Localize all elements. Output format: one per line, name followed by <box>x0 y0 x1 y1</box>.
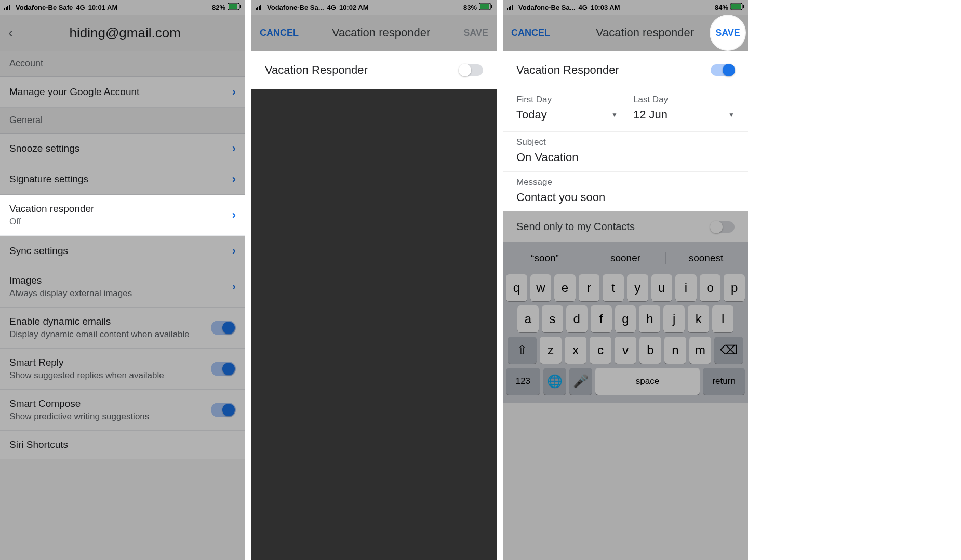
svg-rect-16 <box>510 6 511 10</box>
svg-rect-5 <box>240 5 241 8</box>
save-button[interactable]: SAVE <box>715 28 740 38</box>
key-e[interactable]: e <box>554 274 576 301</box>
key-v[interactable]: v <box>615 337 636 364</box>
row-siri-shortcuts[interactable]: Siri Shortcuts <box>0 431 245 459</box>
save-button[interactable]: SAVE <box>463 28 488 38</box>
key-m[interactable]: m <box>689 337 711 364</box>
row-smart-compose[interactable]: Smart Compose Show predictive writing su… <box>0 390 245 431</box>
message-label: Message <box>516 177 735 188</box>
back-icon[interactable]: ‹ <box>8 24 13 41</box>
row-sub: Show suggested replies when available <box>9 370 211 381</box>
row-sync[interactable]: Sync settings › <box>0 236 245 266</box>
mic-icon: 🎤 <box>573 374 589 389</box>
key-h[interactable]: h <box>639 305 660 332</box>
row-dynamic-emails[interactable]: Enable dynamic emails Display dynamic em… <box>0 308 245 349</box>
suggestion[interactable]: “soon” <box>505 252 585 264</box>
svg-rect-15 <box>509 7 510 10</box>
save-button-highlight[interactable]: SAVE <box>711 16 745 50</box>
subject-label: Subject <box>516 137 735 148</box>
row-smart-reply[interactable]: Smart Reply Show suggested replies when … <box>0 349 245 390</box>
suggestion[interactable]: soonest <box>666 252 746 264</box>
key-a[interactable]: a <box>517 305 539 332</box>
keyboard: “soon” sooner soonest q w e r t y u i o … <box>503 242 748 403</box>
key-t[interactable]: t <box>603 274 624 301</box>
first-day-selector[interactable]: Today ▼ <box>516 108 618 124</box>
screen-settings: Vodafone-Be Safe 4G 10:01 AM 82% ‹ hidin… <box>0 0 245 560</box>
time-label: 10:01 AM <box>88 4 118 11</box>
caret-down-icon: ▼ <box>728 111 735 118</box>
cancel-button[interactable]: CANCEL <box>260 28 299 38</box>
key-b[interactable]: b <box>639 337 661 364</box>
svg-rect-13 <box>480 4 489 9</box>
key-d[interactable]: d <box>566 305 588 332</box>
shift-key[interactable]: ⇧ <box>508 337 537 364</box>
row-vacation-responder-toggle: Vacation Responder <box>503 51 748 89</box>
row-snooze[interactable]: Snooze settings › <box>0 134 245 164</box>
empty-area <box>251 89 497 560</box>
row-label: Images <box>9 275 232 286</box>
key-l[interactable]: l <box>712 305 733 332</box>
return-key[interactable]: return <box>703 368 745 395</box>
svg-rect-0 <box>4 8 5 10</box>
battery-label: 82% <box>212 4 225 11</box>
globe-icon: 🌐 <box>547 374 563 389</box>
battery-label: 84% <box>715 4 728 11</box>
status-bar: Vodafone-Be Sa... 4G 10:02 AM 83% <box>251 0 497 15</box>
key-k[interactable]: k <box>688 305 709 332</box>
key-j[interactable]: j <box>663 305 685 332</box>
backspace-key[interactable]: ⌫ <box>714 337 743 364</box>
toggle-smart-compose[interactable] <box>211 403 236 417</box>
row-label: Signature settings <box>9 174 232 185</box>
chevron-right-icon: › <box>232 244 236 258</box>
key-p[interactable]: p <box>724 274 745 301</box>
key-o[interactable]: o <box>700 274 721 301</box>
numbers-key[interactable]: 123 <box>506 368 540 395</box>
key-x[interactable]: x <box>565 337 586 364</box>
suggestion[interactable]: sooner <box>585 252 666 264</box>
row-signature[interactable]: Signature settings › <box>0 164 245 195</box>
row-sub: Show predictive writing suggestions <box>9 411 211 422</box>
status-bar: Vodafone-Be Safe 4G 10:01 AM 82% <box>0 0 245 15</box>
mic-key[interactable]: 🎤 <box>569 368 592 395</box>
svg-rect-20 <box>731 4 741 9</box>
section-general: General <box>0 108 245 134</box>
row-vacation-responder[interactable]: Vacation responder Off › <box>0 195 245 236</box>
toggle-label: Vacation Responder <box>516 63 619 77</box>
key-c[interactable]: c <box>590 337 611 364</box>
key-q[interactable]: q <box>506 274 527 301</box>
row-label: Manage your Google Account <box>9 86 232 98</box>
key-u[interactable]: u <box>651 274 673 301</box>
row-images[interactable]: Images Always display external images › <box>0 266 245 308</box>
key-r[interactable]: r <box>579 274 600 301</box>
toggle-dynamic-emails[interactable] <box>211 321 236 335</box>
subject-field[interactable]: Subject On Vacation <box>503 132 748 172</box>
svg-rect-6 <box>229 4 237 9</box>
carrier-label: Vodafone-Be Sa... <box>267 4 324 11</box>
key-n[interactable]: n <box>664 337 686 364</box>
key-z[interactable]: z <box>540 337 562 364</box>
row-sub: Always display external images <box>9 288 232 299</box>
key-g[interactable]: g <box>615 305 636 332</box>
space-key[interactable]: space <box>595 368 700 395</box>
toggle-vacation-responder[interactable] <box>459 64 483 76</box>
key-f[interactable]: f <box>591 305 612 332</box>
row-label: Vacation responder <box>9 203 232 215</box>
last-day-selector[interactable]: 12 Jun ▼ <box>633 108 735 124</box>
toggle-smart-reply[interactable] <box>211 362 236 376</box>
toggle-vacation-responder[interactable] <box>711 64 735 76</box>
chevron-right-icon: › <box>232 280 236 294</box>
globe-key[interactable]: 🌐 <box>543 368 566 395</box>
key-i[interactable]: i <box>675 274 697 301</box>
svg-rect-12 <box>491 5 492 8</box>
screen-responder-off: Vodafone-Be Sa... 4G 10:02 AM 83% CANCEL… <box>251 0 497 560</box>
row-label: Snooze settings <box>9 143 232 154</box>
cancel-button[interactable]: CANCEL <box>511 28 550 38</box>
key-y[interactable]: y <box>627 274 648 301</box>
network-label: 4G <box>579 4 588 11</box>
message-field[interactable]: Message Contact you soon <box>503 172 748 211</box>
key-w[interactable]: w <box>530 274 552 301</box>
key-s[interactable]: s <box>542 305 563 332</box>
toggle-send-only-contacts[interactable] <box>711 221 735 233</box>
row-manage-account[interactable]: Manage your Google Account › <box>0 77 245 108</box>
svg-rect-7 <box>256 8 257 10</box>
